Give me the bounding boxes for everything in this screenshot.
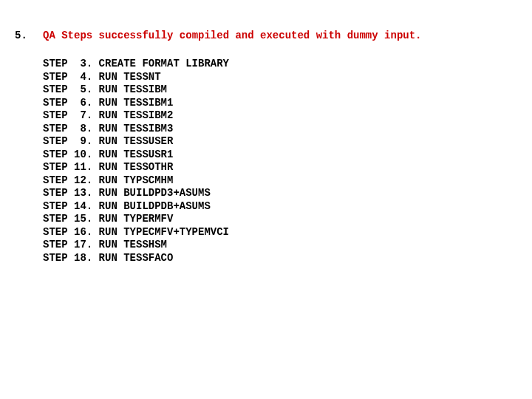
step-row: STEP 5.RUN TESSIBM [43,83,517,97]
section-title: QA Steps successfully compiled and execu… [43,30,421,41]
step-row: STEP 9.RUN TESSUSER [43,135,517,149]
step-dot: . [86,109,92,123]
step-row: STEP 10.RUN TESSUSR1 [43,149,517,162]
step-number: 6 [68,97,86,110]
step-dot: . [86,135,92,149]
step-number: 13 [68,187,86,200]
step-number: 11 [68,161,86,174]
step-number: 12 [68,174,86,188]
step-dot: . [86,239,92,252]
step-row: STEP 11.RUN TESSOTHR [43,161,517,174]
section-number: 5. [15,30,43,41]
step-row: STEP 15.RUN TYPERMFV [43,213,517,226]
step-row: STEP 18.RUN TESSFACO [43,252,517,265]
step-description: RUN TESSUSER [99,135,174,149]
step-row: STEP 4.RUN TESSNT [43,71,517,84]
step-row: STEP 7.RUN TESSIBM2 [43,109,517,123]
step-dot: . [86,58,92,71]
step-label: STEP [43,187,68,200]
step-label: STEP [43,161,68,174]
step-number: 10 [68,149,86,162]
step-description: RUN BUILDPDB+ASUMS [99,200,211,214]
step-label: STEP [43,71,68,84]
step-dot: . [86,187,92,200]
step-description: RUN TESSFACO [99,252,174,265]
step-row: STEP 8.RUN TESSIBM3 [43,123,517,136]
step-dot: . [86,123,92,136]
step-dot: . [86,71,92,84]
step-number: 3 [68,58,86,71]
step-dot: . [86,200,92,214]
step-row: STEP 6.RUN TESSIBM1 [43,97,517,110]
steps-list: STEP 3.CREATE FORMAT LIBRARYSTEP 4.RUN T… [43,58,517,265]
step-dot: . [86,213,92,226]
step-number: 17 [68,239,86,252]
step-number: 5 [68,83,86,97]
step-number: 7 [68,109,86,123]
step-number: 16 [68,226,86,239]
step-dot: . [86,161,92,174]
step-label: STEP [43,149,68,162]
step-row: STEP 12.RUN TYPSCMHM [43,174,517,188]
step-dot: . [86,97,92,110]
step-description: RUN TYPECMFV+TYPEMVCI [99,226,229,239]
step-row: STEP 16.RUN TYPECMFV+TYPEMVCI [43,226,517,239]
step-label: STEP [43,58,68,71]
step-dot: . [86,174,92,188]
step-number: 9 [68,135,86,149]
step-label: STEP [43,213,68,226]
step-description: RUN TESSUSR1 [99,149,174,162]
step-row: STEP 3.CREATE FORMAT LIBRARY [43,58,517,71]
step-description: RUN TYPSCMHM [99,174,174,188]
step-description: RUN BUILDPD3+ASUMS [99,187,211,200]
step-description: RUN TESSIBM1 [99,97,174,110]
step-dot: . [86,83,92,97]
step-label: STEP [43,135,68,149]
step-label: STEP [43,239,68,252]
step-label: STEP [43,200,68,214]
step-label: STEP [43,123,68,136]
step-dot: . [86,226,92,239]
step-number: 8 [68,123,86,136]
step-row: STEP 17.RUN TESSHSM [43,239,517,252]
step-number: 18 [68,252,86,265]
step-row: STEP 13.RUN BUILDPD3+ASUMS [43,187,517,200]
step-row: STEP 14.RUN BUILDPDB+ASUMS [43,200,517,214]
step-dot: . [86,149,92,162]
step-description: RUN TYPERMFV [99,213,174,226]
step-description: RUN TESSIBM2 [99,109,174,123]
step-description: RUN TESSHSM [99,239,167,252]
section-header: 5. QA Steps successfully compiled and ex… [15,30,517,41]
step-description: CREATE FORMAT LIBRARY [99,58,229,71]
step-label: STEP [43,109,68,123]
step-number: 15 [68,213,86,226]
step-label: STEP [43,174,68,188]
step-description: RUN TESSOTHR [99,161,174,174]
step-label: STEP [43,226,68,239]
step-label: STEP [43,83,68,97]
step-label: STEP [43,252,68,265]
step-description: RUN TESSNT [99,71,161,84]
step-dot: . [86,252,92,265]
step-number: 14 [68,200,86,214]
step-description: RUN TESSIBM [99,83,167,97]
step-number: 4 [68,71,86,84]
step-label: STEP [43,97,68,110]
step-description: RUN TESSIBM3 [99,123,174,136]
